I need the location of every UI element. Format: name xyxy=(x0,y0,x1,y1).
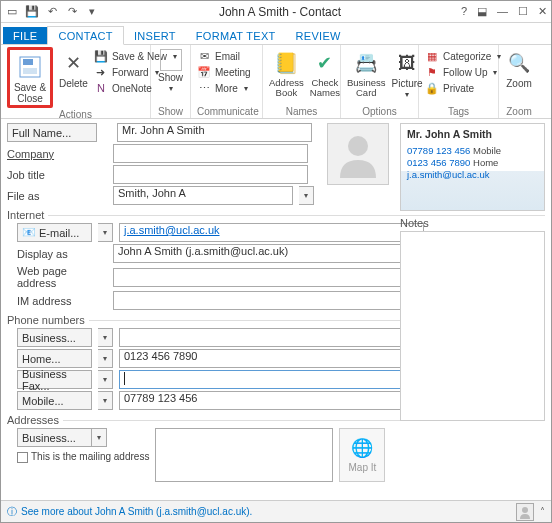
full-name-field[interactable]: Mr. John A Smith xyxy=(117,123,312,142)
tab-insert[interactable]: INSERT xyxy=(124,27,186,44)
display-as-field[interactable]: John A Smith (j.a.smith@ucl.ac.uk) xyxy=(113,244,418,263)
phones-header: Phone numbers xyxy=(7,314,85,326)
delete-button[interactable]: ✕ Delete xyxy=(59,47,88,89)
save-close-button[interactable]: Save & Close xyxy=(11,51,49,104)
mailing-checkbox-row[interactable]: This is the mailing address xyxy=(17,451,149,463)
close-icon[interactable]: ✕ xyxy=(538,5,547,18)
svg-point-3 xyxy=(348,136,368,156)
group-show-label: Show xyxy=(157,105,184,118)
business-card-button[interactable]: 📇 Business Card xyxy=(347,47,386,97)
show-icon xyxy=(160,49,182,71)
phone-bfax-dropdown[interactable]: ▾ xyxy=(98,370,113,389)
svg-point-4 xyxy=(522,507,528,513)
group-actions-label: Actions xyxy=(7,108,144,121)
minimize-icon[interactable]: — xyxy=(497,5,508,18)
status-text[interactable]: See more about John A Smith (j.a.smith@u… xyxy=(21,506,252,517)
check-names-button[interactable]: ✔ Check Names xyxy=(310,47,340,97)
save-close-highlight: Save & Close xyxy=(7,47,53,108)
chevron-down-icon: ▾ xyxy=(493,68,497,77)
svg-rect-2 xyxy=(23,68,37,74)
file-as-dropdown[interactable]: ▾ xyxy=(299,186,314,205)
address-book-icon: 📒 xyxy=(272,49,300,77)
chevron-down-icon: ▾ xyxy=(405,90,409,99)
web-label: Web page address xyxy=(7,265,107,289)
phone-business-button[interactable]: Business... xyxy=(17,328,92,347)
web-field[interactable] xyxy=(113,268,418,287)
ribbon-collapse-icon[interactable]: ⬓ xyxy=(477,5,487,18)
redo-icon[interactable]: ↷ xyxy=(65,5,79,19)
save-close-icon xyxy=(16,53,44,81)
maximize-icon[interactable]: ☐ xyxy=(518,5,528,18)
title-bar: ▭ 💾 ↶ ↷ ▾ John A Smith - Contact ? ⬓ — ☐… xyxy=(1,1,551,23)
phone-mobile-dropdown[interactable]: ▾ xyxy=(98,391,113,410)
map-it-button[interactable]: 🌐 Map It xyxy=(339,428,385,482)
address-type-dropdown[interactable]: ▾ xyxy=(92,428,107,447)
email-type-button[interactable]: 📧E-mail... xyxy=(17,223,92,242)
qat-more-icon[interactable]: ▾ xyxy=(85,5,99,19)
globe-icon: 🌐 xyxy=(351,437,373,459)
group-communicate-label: Communicate xyxy=(197,105,256,118)
email-type-dropdown[interactable]: ▾ xyxy=(98,223,113,242)
tab-file[interactable]: FILE xyxy=(3,27,47,44)
checkbox-icon[interactable] xyxy=(17,452,28,463)
undo-icon[interactable]: ↶ xyxy=(45,5,59,19)
onenote-icon: N xyxy=(94,81,108,95)
email-icon: ✉ xyxy=(197,49,211,63)
lock-icon: 🔒 xyxy=(425,81,439,95)
more-button[interactable]: ⋯More▾ xyxy=(197,81,251,95)
tab-format-text[interactable]: FORMAT TEXT xyxy=(186,27,286,44)
business-card-preview[interactable]: Mr. John A Smith 07789 123 456 Mobile 01… xyxy=(400,123,545,211)
job-title-field[interactable] xyxy=(113,165,308,184)
group-zoom-label: Zoom xyxy=(505,105,533,118)
contact-form: Mr. John A Smith 07789 123 456 Mobile 01… xyxy=(1,121,551,500)
info-icon: ⓘ xyxy=(7,505,17,519)
notes-label: Notes xyxy=(400,217,545,229)
followup-button[interactable]: ⚑Follow Up▾ xyxy=(425,65,501,79)
address-type-button[interactable]: Business... xyxy=(17,428,92,447)
window-title: John A Smith - Contact xyxy=(99,5,461,19)
full-name-button[interactable]: Full Name... xyxy=(7,123,97,142)
phone-home-dropdown[interactable]: ▾ xyxy=(98,349,113,368)
people-pane-toggle-icon[interactable]: ˄ xyxy=(540,506,545,517)
save-new-icon: 💾 xyxy=(94,49,108,63)
tab-contact[interactable]: CONTACT xyxy=(47,26,123,45)
contact-photo[interactable] xyxy=(327,123,389,185)
address-field[interactable] xyxy=(155,428,333,482)
categorize-button[interactable]: ▦Categorize▾ xyxy=(425,49,501,63)
meeting-button[interactable]: 📅Meeting xyxy=(197,65,251,79)
company-label: Company xyxy=(7,148,107,160)
notes-section: Notes xyxy=(400,217,545,421)
company-field[interactable] xyxy=(113,144,308,163)
phone-business-dropdown[interactable]: ▾ xyxy=(98,328,113,347)
phone-home-button[interactable]: Home... xyxy=(17,349,92,368)
categorize-icon: ▦ xyxy=(425,49,439,63)
business-card-icon: 📇 xyxy=(352,49,380,77)
notes-field[interactable] xyxy=(400,231,545,421)
check-names-icon: ✔ xyxy=(311,49,339,77)
svg-rect-1 xyxy=(23,59,33,65)
phone-mobile-button[interactable]: Mobile... xyxy=(17,391,92,410)
phone-business-field[interactable] xyxy=(119,328,424,347)
email-button[interactable]: ✉Email xyxy=(197,49,251,63)
display-as-label: Display as xyxy=(7,248,107,260)
im-field[interactable] xyxy=(113,291,418,310)
internet-header: Internet xyxy=(7,209,44,221)
help-icon[interactable]: ? xyxy=(461,5,467,18)
status-bar: ⓘ See more about John A Smith (j.a.smith… xyxy=(1,500,551,522)
people-pane-avatar[interactable] xyxy=(516,503,534,521)
phone-home-field[interactable]: 0123 456 7890 xyxy=(119,349,424,368)
private-button[interactable]: 🔒Private xyxy=(425,81,501,95)
zoom-button[interactable]: 🔍 Zoom xyxy=(505,47,533,89)
save-close-label: Save & Close xyxy=(11,82,49,104)
address-book-button[interactable]: 📒 Address Book xyxy=(269,47,304,97)
phone-mobile-field[interactable]: 07789 123 456 xyxy=(119,391,424,410)
email-field[interactable]: j.a.smith@ucl.ac.uk xyxy=(119,223,424,242)
phone-bfax-field[interactable] xyxy=(119,370,424,389)
ribbon-tabs: FILE CONTACT INSERT FORMAT TEXT REVIEW xyxy=(1,23,551,45)
save-icon[interactable]: 💾 xyxy=(25,5,39,19)
file-as-field[interactable]: Smith, John A xyxy=(113,186,293,205)
more-icon: ⋯ xyxy=(197,81,211,95)
tab-review[interactable]: REVIEW xyxy=(286,27,351,44)
phone-bfax-button[interactable]: Business Fax... xyxy=(17,370,92,389)
show-button[interactable]: Show ▾ xyxy=(157,47,184,93)
